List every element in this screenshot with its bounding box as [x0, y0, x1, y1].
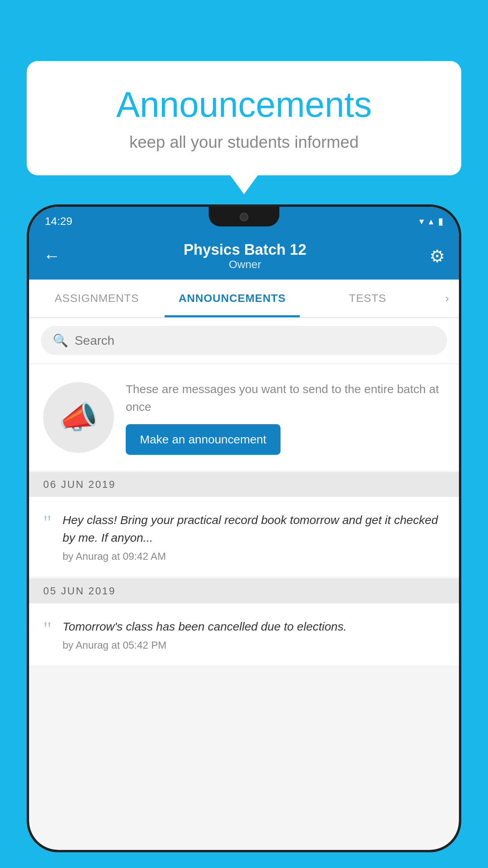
message-author-1: by Anurag at 09:42 AM — [62, 550, 445, 563]
app-bar-title: Physics Batch 12 — [183, 241, 306, 258]
search-bar: 🔍 — [41, 326, 447, 355]
tab-tests[interactable]: TESTS — [300, 280, 435, 317]
status-time: 14:29 — [45, 215, 72, 228]
speech-bubble-container: Announcements keep all your students inf… — [27, 61, 461, 175]
announcement-item-1[interactable]: " Hey class! Bring your practical record… — [29, 497, 459, 577]
power-button — [459, 333, 461, 388]
announcements-title: Announcements — [58, 85, 430, 125]
announcements-subtitle: keep all your students informed — [58, 133, 430, 152]
date-separator-1: 06 JUN 2019 — [29, 472, 459, 497]
app-bar-subtitle: Owner — [183, 258, 306, 271]
message-content-2: Tomorrow's class has been cancelled due … — [62, 618, 445, 651]
back-button[interactable]: ← — [43, 246, 61, 266]
speech-bubble: Announcements keep all your students inf… — [27, 61, 461, 175]
app-bar: ← Physics Batch 12 Owner ⚙ — [29, 232, 459, 280]
promo-icon-circle: 📣 — [43, 382, 114, 453]
search-input[interactable] — [75, 333, 435, 348]
tab-assignments[interactable]: ASSIGNMENTS — [29, 280, 165, 317]
tab-announcements[interactable]: ANNOUNCEMENTS — [165, 280, 300, 317]
megaphone-icon: 📣 — [59, 399, 98, 436]
app-bar-title-container: Physics Batch 12 Owner — [183, 241, 306, 271]
settings-icon[interactable]: ⚙ — [429, 246, 445, 266]
search-bar-container: 🔍 — [29, 318, 459, 363]
wifi-icon: ▾ — [419, 216, 424, 227]
promo-section: 📣 These are messages you want to send to… — [29, 364, 459, 471]
message-text-1: Hey class! Bring your practical record b… — [62, 511, 445, 546]
content-area: 🔍 📣 These are messages you want to send … — [29, 318, 459, 666]
announcement-item-2[interactable]: " Tomorrow's class has been cancelled du… — [29, 603, 459, 666]
status-icons: ▾ ▴ ▮ — [419, 216, 443, 227]
phone-notch — [209, 207, 279, 226]
message-text-2: Tomorrow's class has been cancelled due … — [62, 618, 445, 635]
battery-icon: ▮ — [438, 216, 443, 227]
message-author-2: by Anurag at 05:42 PM — [62, 639, 445, 651]
date-separator-2: 05 JUN 2019 — [29, 579, 459, 603]
tab-more[interactable]: › — [435, 280, 459, 317]
tabs-container: ASSIGNMENTS ANNOUNCEMENTS TESTS › — [29, 280, 459, 318]
make-announcement-button[interactable]: Make an announcement — [126, 424, 281, 455]
quote-icon-2: " — [43, 619, 51, 640]
message-content-1: Hey class! Bring your practical record b… — [62, 511, 445, 563]
promo-description: These are messages you want to send to t… — [126, 380, 445, 416]
quote-icon-1: " — [43, 513, 51, 533]
search-icon: 🔍 — [53, 333, 68, 348]
phone-camera — [240, 213, 248, 221]
signal-icon: ▴ — [429, 216, 433, 227]
phone-screen: 14:29 ▾ ▴ ▮ ← Physics Batch 12 Owner ⚙ A… — [29, 207, 459, 850]
promo-content: These are messages you want to send to t… — [126, 380, 445, 455]
phone-frame: 14:29 ▾ ▴ ▮ ← Physics Batch 12 Owner ⚙ A… — [27, 204, 461, 852]
